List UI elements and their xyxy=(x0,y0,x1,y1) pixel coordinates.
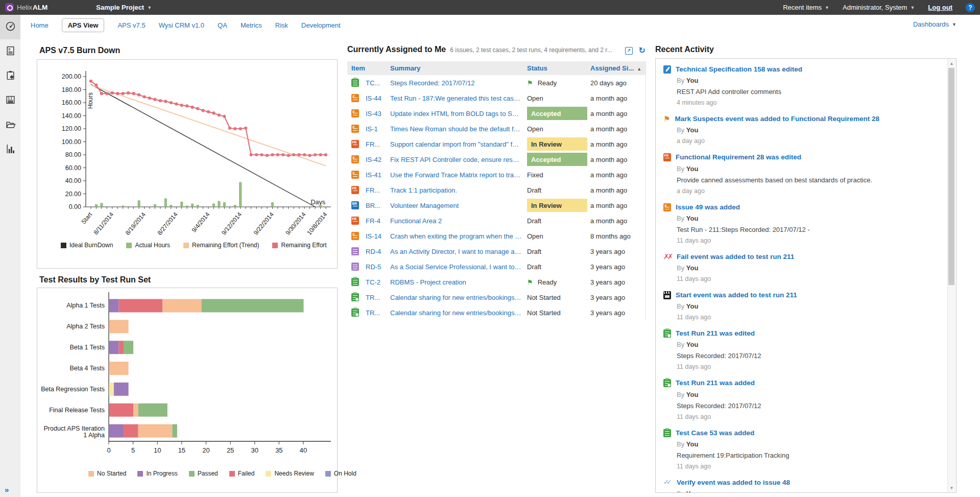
issue-icon: # xyxy=(663,203,671,211)
table-row[interactable]: #IS-1Times New Roman should be the defau… xyxy=(347,121,646,136)
dashboards-menu[interactable]: Dashboards ▼ xyxy=(913,20,957,28)
item-summary-link[interactable]: Calendar sharing for new entries/booking… xyxy=(390,294,527,301)
refresh-icon[interactable]: ↻ xyxy=(639,46,646,55)
table-row[interactable]: #IS-44Test Run - 187:We generated this t… xyxy=(347,90,646,106)
item-summary-link[interactable]: Crash when exiting the program when the … xyxy=(390,232,527,240)
assigned-since: a month ago xyxy=(590,171,646,179)
tab-risk[interactable]: Risk xyxy=(275,21,288,29)
table-row[interactable]: TC...Steps Recorded: 2017/07/12⚑Ready20 … xyxy=(347,75,646,90)
activity-title-link[interactable]: Test Case 53 was added xyxy=(676,429,754,437)
activity-title-link[interactable]: Start event was added to test run 211 xyxy=(676,291,797,299)
sidebar-item-issues[interactable]: # xyxy=(0,39,20,64)
item-id-link[interactable]: TC-2 xyxy=(366,278,390,286)
item-id-link[interactable]: IS-1 xyxy=(366,125,390,133)
svg-text:Beta 1 Tests: Beta 1 Tests xyxy=(69,344,105,351)
table-row[interactable]: TC-2RDBMS - Project creation⚑Ready3 year… xyxy=(347,274,646,290)
item-summary-link[interactable]: As a Social Service Professional, I want… xyxy=(390,263,527,271)
scroll-up-icon[interactable]: ▲ xyxy=(948,60,955,67)
table-row[interactable]: FRFR-4Functional Area 2Drafta month ago xyxy=(347,213,646,228)
item-summary-link[interactable]: Support calendar import from "standard" … xyxy=(390,140,527,148)
item-summary-link[interactable]: Update index HTML from BOLD tags to STRO… xyxy=(390,110,527,117)
sidebar-expand-button[interactable]: » xyxy=(5,485,9,494)
recent-items-menu[interactable]: Recent items ▼ xyxy=(783,4,829,11)
activity-title-link[interactable]: Mark Suspects event was added to Functio… xyxy=(675,115,879,123)
item-summary-link[interactable]: Fix REST API Controller code, ensure res… xyxy=(390,156,527,163)
activity-title-link[interactable]: Technical Specification 158 was edited xyxy=(676,65,802,74)
table-row[interactable]: BRBR...Volunteer ManagementIn Reviewa mo… xyxy=(347,198,646,213)
item-id-link[interactable]: IS-14 xyxy=(366,232,390,240)
table-row[interactable]: TR...Calendar sharing for new entries/bo… xyxy=(347,290,646,305)
activity-title-link[interactable]: Functional Requirement 28 was edited xyxy=(676,153,801,161)
svg-text:30: 30 xyxy=(251,446,258,454)
functional-requirement-icon: FR xyxy=(351,140,359,148)
sidebar-item-dashboard[interactable] xyxy=(0,15,20,39)
help-icon[interactable]: ? xyxy=(966,3,975,12)
item-summary-link[interactable]: Steps Recorded: 2017/07/12 xyxy=(390,79,527,87)
item-summary-link[interactable]: Volunteer Management xyxy=(390,202,527,209)
sidebar-item-folders[interactable] xyxy=(0,113,20,137)
table-row[interactable]: RD-4As an Activity Director, I want to m… xyxy=(347,244,646,259)
activity-title-link[interactable]: Verify event was added to issue 48 xyxy=(677,479,790,487)
item-id-link[interactable]: IS-41 xyxy=(366,171,390,179)
tab-aps-view[interactable]: APS View xyxy=(62,18,105,32)
item-id-link[interactable]: IS-42 xyxy=(366,156,390,163)
table-row[interactable]: #IS-14Crash when exiting the program whe… xyxy=(347,228,646,244)
item-id-link[interactable]: IS-44 xyxy=(366,94,390,102)
sidebar-item-reports[interactable] xyxy=(0,137,20,162)
tab-home[interactable]: Home xyxy=(31,21,49,29)
table-row[interactable]: TR...Calendar sharing for new entries/bo… xyxy=(347,305,646,320)
table-row[interactable]: #IS-41Use the Forward Trace Matrix repor… xyxy=(347,167,646,182)
item-summary-link[interactable]: RDBMS - Project creation xyxy=(390,278,527,286)
item-id-link[interactable]: FR... xyxy=(366,186,390,194)
table-row[interactable]: #IS-43Update index HTML from BOLD tags t… xyxy=(347,106,646,121)
tab-wysi-crm-v1-0[interactable]: Wysi CRM v1.0 xyxy=(159,21,204,29)
tab-aps-v7-5[interactable]: APS v7.5 xyxy=(117,21,145,29)
activity-description: Requirement 19:Participation Tracking xyxy=(663,452,944,459)
scroll-down-icon[interactable]: ▼ xyxy=(948,484,955,491)
burndown-title: APS v7.5 Burn Down xyxy=(39,46,120,55)
item-id-link[interactable]: RD-5 xyxy=(366,263,390,271)
tab-metrics[interactable]: Metrics xyxy=(241,21,262,29)
item-summary-link[interactable]: Calendar sharing for new entries/booking… xyxy=(390,309,527,317)
tab-qa[interactable]: QA xyxy=(218,21,227,29)
item-id-link[interactable]: FR... xyxy=(366,140,390,148)
sidebar-item-requirements[interactable]: 1.1 xyxy=(0,88,20,113)
activity-scrollbar[interactable]: ▲ ▼ xyxy=(947,59,955,492)
item-summary-link[interactable]: As an Activity Director, I want to manag… xyxy=(390,248,527,255)
activity-title-link[interactable]: Fail event was added to test run 211 xyxy=(677,253,794,261)
item-summary-link[interactable]: Use the Forward Trace Matrix report to t… xyxy=(390,171,527,179)
item-summary-link[interactable]: Track 1:1 participation. xyxy=(390,186,527,194)
item-id-link[interactable]: TR... xyxy=(366,294,390,301)
item-summary-link[interactable]: Functional Area 2 xyxy=(390,217,527,225)
col-summary[interactable]: Summary xyxy=(390,64,527,72)
item-id-link[interactable]: TC... xyxy=(366,79,390,87)
col-status[interactable]: Status xyxy=(527,64,590,72)
item-id-link[interactable]: TR... xyxy=(366,309,390,317)
col-assigned[interactable]: Assigned Si...▲ xyxy=(590,64,646,72)
activity-title-link[interactable]: Test Run 211 was added xyxy=(676,379,755,387)
export-icon[interactable]: ↗ xyxy=(625,47,633,55)
activity-title-link[interactable]: Test Run 211 was edited xyxy=(676,329,755,338)
logout-link[interactable]: Log out xyxy=(928,4,952,11)
item-id-link[interactable]: FR-4 xyxy=(366,217,390,225)
item-summary-link[interactable]: Times New Roman should be the default fo… xyxy=(390,125,527,133)
sidebar-item-test-runs[interactable] xyxy=(0,64,20,88)
scrollbar-thumb[interactable] xyxy=(948,68,954,285)
table-row[interactable]: #IS-42Fix REST API Controller code, ensu… xyxy=(347,152,646,167)
item-summary-link[interactable]: Test Run - 187:We generated this test ca… xyxy=(390,94,527,102)
legend-item: Remaining Effort xyxy=(272,242,326,249)
item-id-link[interactable]: IS-43 xyxy=(366,110,390,117)
table-row[interactable]: FRFR...Support calendar import from "sta… xyxy=(347,136,646,152)
item-id-link[interactable]: RD-4 xyxy=(366,248,390,255)
tab-development[interactable]: Development xyxy=(301,21,341,29)
activity-title-link[interactable]: Issue 49 was added xyxy=(676,203,740,211)
table-row[interactable]: FRFR...Track 1:1 participation.Drafta mo… xyxy=(347,182,646,198)
user-menu[interactable]: Administrator, System ▼ xyxy=(843,4,915,11)
col-item[interactable]: Item xyxy=(351,64,390,72)
activity-timestamp: 11 days ago xyxy=(663,275,944,282)
activity-panel: Technical Specification 158 was editedBy… xyxy=(655,58,957,493)
item-id-link[interactable]: BR... xyxy=(366,202,390,209)
activity-author: By You xyxy=(663,391,944,398)
project-selector[interactable]: Sample Project ▼ xyxy=(96,4,152,11)
table-row[interactable]: RD-5As a Social Service Professional, I … xyxy=(347,259,646,274)
